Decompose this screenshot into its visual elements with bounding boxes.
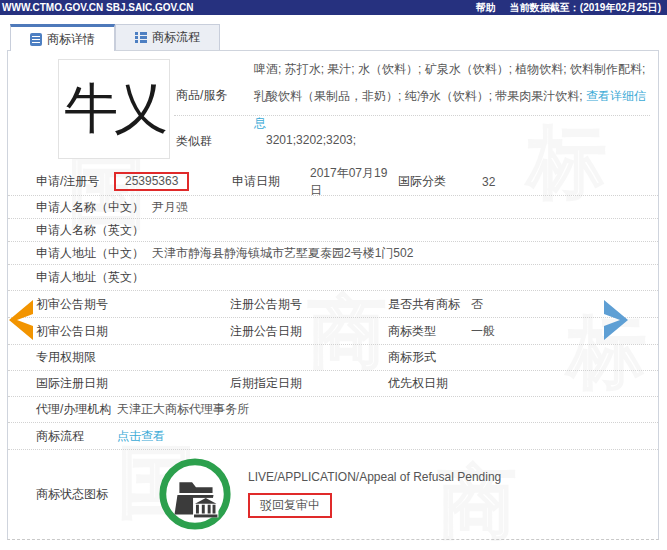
field-label: 注册公告期号 [230, 296, 388, 313]
shared-trademark-value: 否 [471, 296, 483, 313]
trademark-detail-panel: 国 商 标 国 商 标 牛乂 商品/服务 啤酒; 苏打水; 果汁; 水（饮料）;… [7, 50, 659, 540]
similar-group-label: 类似群 [176, 133, 212, 150]
row-applicant-address-cn: 申请人地址（中文） 天津市静海县静海镇城市艺墅夏泰园2号楼1门502 [8, 242, 658, 265]
agent-value: 天津正大商标代理事务所 [117, 401, 249, 418]
field-label: 代理/办理机构 [36, 401, 117, 418]
field-label: 申请人名称（英文） [36, 222, 152, 239]
field-label: 初审公告日期 [36, 323, 230, 340]
row-applicant-name-cn: 申请人名称（中文） 尹月强 [8, 196, 658, 219]
field-label: 国际注册日期 [36, 375, 230, 392]
document-icon [30, 33, 42, 46]
click-to-view-link[interactable]: 点击查看 [117, 428, 165, 445]
field-rows: 申请/注册号 25395363 申请日期 2017年07月19日 国际分类 32… [8, 168, 658, 538]
field-label: 申请/注册号 [36, 173, 114, 190]
data-cutoff-date: 当前数据截至：(2019年02月25日) [510, 1, 661, 15]
top-bar: WWW.CTMO.GOV.CN SBJ.SAIC.GOV.CN 帮助 当前数据截… [0, 0, 667, 15]
trademark-image: 牛乂 [58, 59, 170, 159]
status-text-cn-highlight: 驳回复审中 [248, 493, 332, 518]
separator [174, 115, 650, 116]
row-announcement-numbers: 初审公告期号 注册公告期号 是否共有商标 否 [8, 291, 658, 318]
registration-number-highlight: 25395363 [114, 172, 189, 191]
goods-services-label: 商品/服务 [176, 87, 227, 104]
next-arrow[interactable] [604, 300, 630, 340]
field-label: 国际分类 [398, 173, 482, 190]
applicant-address-cn-value: 天津市静海县静海镇城市艺墅夏泰园2号楼1门502 [152, 245, 413, 262]
row-announcement-dates: 初审公告日期 注册公告日期 商标类型 一般 [8, 318, 658, 345]
field-label: 后期指定日期 [230, 375, 388, 392]
tab-label: 商标流程 [152, 29, 200, 46]
status-text-en: LIVE/APPLICATION/Appeal of Refusal Pendi… [248, 470, 501, 484]
site-domains: WWW.CTMO.GOV.CN SBJ.SAIC.GOV.CN [2, 2, 194, 13]
tab-trademark-details[interactable]: 商标详情 [10, 24, 115, 51]
field-label: 申请人地址（英文） [36, 269, 152, 286]
tab-label: 商标详情 [47, 31, 95, 48]
row-applicant-address-en: 申请人地址（英文） [8, 265, 658, 291]
row-agent: 代理/办理机构 天津正大商标代理事务所 [8, 397, 658, 423]
row-trademark-process: 商标流程 点击查看 [8, 423, 658, 450]
field-label: 申请人名称（中文） [36, 199, 152, 216]
field-label: 商标流程 [36, 428, 117, 445]
trademark-type-value: 一般 [471, 323, 495, 340]
application-date-value: 2017年07月19日 [310, 165, 398, 199]
row-international-dates: 国际注册日期 后期指定日期 优先权日期 [8, 371, 658, 397]
field-label: 商标形式 [388, 349, 471, 366]
field-label: 初审公告期号 [36, 296, 230, 313]
status-label: 商标状态图标 [36, 486, 152, 503]
field-label: 是否共有商标 [388, 296, 471, 313]
row-exclusive-period: 专用权期限 商标形式 [8, 345, 658, 371]
field-label: 注册公告日期 [230, 323, 388, 340]
intl-class-value: 32 [482, 175, 495, 189]
goods-services-value: 啤酒; 苏打水; 果汁; 水（饮料）; 矿泉水（饮料）; 植物饮料; 饮料制作配… [254, 56, 650, 137]
help-link[interactable]: 帮助 [476, 1, 496, 15]
field-label: 申请日期 [232, 173, 310, 190]
field-label: 专用权期限 [36, 349, 230, 366]
status-archive-icon [156, 455, 234, 533]
field-label: 商标类型 [388, 323, 471, 340]
applicant-name-cn-value: 尹月强 [152, 199, 188, 216]
previous-arrow[interactable] [7, 300, 33, 340]
trademark-text: 牛乂 [64, 82, 164, 136]
tab-strip: 商标详情 商标流程 [10, 24, 220, 51]
row-trademark-status: 商标状态图标 LIVE/APPLICATION/Appeal of Refusa… [8, 450, 658, 538]
list-icon [135, 31, 147, 44]
field-label: 优先权日期 [388, 375, 448, 392]
row-applicant-name-en: 申请人名称（英文） [8, 219, 658, 242]
tab-trademark-process[interactable]: 商标流程 [115, 24, 220, 50]
similar-group-value: 3201;3202;3203; [266, 133, 356, 147]
field-label: 申请人地址（中文） [36, 245, 152, 262]
row-registration-number: 申请/注册号 25395363 申请日期 2017年07月19日 国际分类 32 [8, 168, 658, 196]
